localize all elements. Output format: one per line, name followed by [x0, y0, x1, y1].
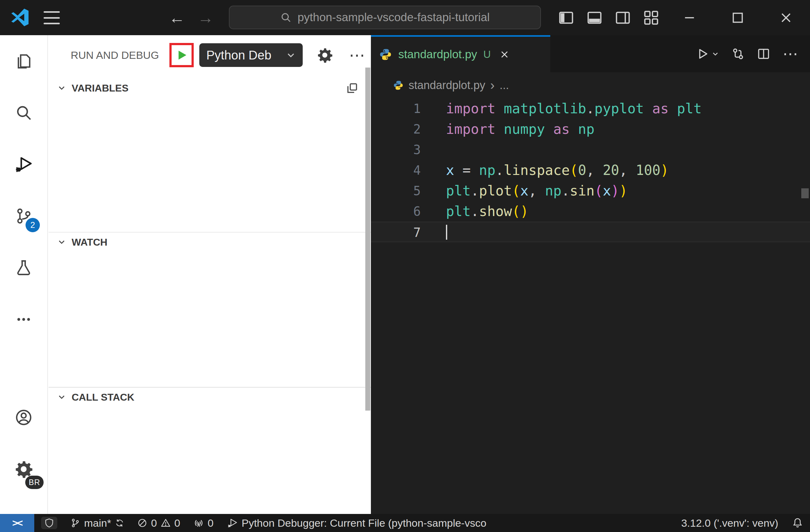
breadcrumb-file[interactable]: standardplot.py [409, 79, 485, 92]
code-line[interactable]: 5plt.plot(x, np.sin(x)) [371, 181, 810, 201]
tab-standardplot[interactable]: standardplot.py U [371, 35, 550, 72]
line-number[interactable]: 3 [371, 139, 421, 160]
radio-tower-icon [193, 518, 204, 528]
warnings-icon [161, 518, 171, 528]
errors-icon [137, 518, 147, 528]
run-python-file-button[interactable] [697, 48, 719, 60]
debug-toolbar: RUN AND DEBUG Python Deb ⋯ [49, 35, 371, 75]
command-center-search[interactable]: python-sample-vscode-fastapi-tutorial [229, 5, 541, 29]
line-number[interactable]: 6 [371, 201, 421, 222]
chevron-down-icon [57, 393, 66, 402]
code-text[interactable] [421, 222, 810, 242]
code-line[interactable]: 4x = np.linspace(0, 20, 100) [371, 160, 810, 181]
sidebar-item-accounts[interactable] [8, 402, 39, 433]
ports-status[interactable]: 0 [193, 517, 214, 529]
code-text[interactable]: plt.show() [421, 201, 810, 222]
ports-count: 0 [208, 517, 214, 529]
chevron-down-icon [57, 84, 66, 93]
branch-name: main* [84, 517, 111, 529]
split-editor-icon[interactable] [757, 47, 770, 61]
search-icon [15, 104, 33, 122]
code-text[interactable] [421, 139, 810, 160]
sidebar-item-settings[interactable]: BR [8, 453, 39, 485]
status-bar: >< main* 0 0 0 [0, 514, 810, 532]
line-number[interactable]: 4 [371, 160, 421, 181]
account-icon [15, 409, 33, 427]
toggle-primary-sidebar-icon[interactable] [552, 0, 580, 35]
chevron-down-icon [286, 50, 296, 60]
minimize-button[interactable] [665, 0, 713, 35]
line-number[interactable]: 2 [371, 119, 421, 139]
sidebar-scrollbar[interactable] [365, 68, 370, 411]
beaker-icon [15, 259, 33, 277]
sidebar-item-search[interactable] [8, 97, 39, 128]
debugger-status[interactable]: Python Debugger: Current File (python-sa… [227, 517, 486, 529]
line-number[interactable]: 7 [371, 222, 421, 242]
breadcrumb-chevron-icon: › [490, 78, 495, 93]
sidebar-item-source-control[interactable]: 2 [8, 200, 39, 232]
debug-configuration-dropdown[interactable]: Python Deb [199, 43, 303, 67]
python-interpreter-status[interactable]: 3.12.0 ('.venv': venv) [681, 517, 778, 529]
run-and-debug-icon [14, 155, 33, 174]
chevron-down-icon [57, 238, 66, 247]
code-text[interactable]: x = np.linspace(0, 20, 100) [421, 160, 810, 181]
code-line[interactable]: 6plt.show() [371, 201, 810, 222]
pane-header-variables[interactable]: VARIABLES [49, 78, 371, 98]
start-debugging-button[interactable] [169, 43, 194, 67]
source-control-badge: 2 [26, 218, 40, 232]
search-text: python-sample-vscode-fastapi-tutorial [298, 11, 490, 24]
tab-close-icon[interactable] [500, 50, 509, 60]
close-button[interactable] [762, 0, 810, 35]
pane-header-call-stack[interactable]: CALL STACK [49, 387, 371, 407]
code-line[interactable]: 2import numpy as np [371, 119, 810, 139]
breadcrumb-symbol[interactable]: ... [500, 79, 509, 92]
debug-settings-gear-icon[interactable] [317, 47, 333, 63]
overview-ruler-mark[interactable] [801, 188, 809, 198]
git-branch-status[interactable]: main* [70, 517, 124, 529]
maximize-button[interactable] [713, 0, 762, 35]
code-lines: 1import matplotlib.pyplot as plt2import … [371, 98, 810, 242]
titlebar-right-controls [552, 0, 810, 35]
menu-icon[interactable] [44, 11, 60, 24]
open-changes-icon[interactable] [731, 47, 745, 61]
workspace-trust-badge[interactable] [41, 517, 57, 529]
code-text[interactable]: plt.plot(x, np.sin(x)) [421, 181, 810, 201]
forward-arrow-icon[interactable]: → [193, 0, 218, 35]
code-text[interactable]: import numpy as np [421, 119, 810, 139]
chevron-down-icon [712, 50, 719, 57]
code-line[interactable]: 7 [371, 222, 810, 242]
sidebar-item-more-views[interactable] [8, 304, 39, 335]
line-number[interactable]: 1 [371, 98, 421, 119]
pane-header-watch[interactable]: WATCH [49, 232, 371, 252]
collapse-variables-icon[interactable] [346, 82, 358, 94]
gear-icon [15, 460, 33, 478]
problems-status[interactable]: 0 0 [137, 517, 180, 529]
code-line[interactable]: 3 [371, 139, 810, 160]
pane-label: CALL STACK [71, 392, 134, 403]
breadcrumb: standardplot.py › ... [371, 72, 810, 98]
sidebar-title: RUN AND DEBUG [71, 49, 159, 61]
remote-indicator[interactable]: >< [0, 514, 34, 532]
views-more-actions-icon[interactable]: ⋯ [349, 47, 365, 63]
notifications-bell-icon[interactable] [792, 517, 803, 529]
code-line[interactable]: 1import matplotlib.pyplot as plt [371, 98, 810, 119]
ellipsis-icon [15, 311, 32, 328]
run-and-debug-sidebar: RUN AND DEBUG Python Deb ⋯ VARIABLES [49, 35, 371, 514]
editor-actions: ⋯ [697, 35, 810, 72]
editor-more-actions-icon[interactable]: ⋯ [782, 46, 798, 62]
status-bar-right: 3.12.0 ('.venv': venv) [681, 517, 810, 529]
sidebar-item-run-and-debug[interactable] [8, 149, 39, 180]
code-text[interactable]: import matplotlib.pyplot as plt [421, 98, 810, 119]
run-icon [697, 48, 709, 60]
sidebar-item-explorer[interactable] [8, 46, 39, 77]
line-number[interactable]: 5 [371, 181, 421, 201]
search-icon [280, 12, 291, 23]
git-branch-icon [70, 518, 80, 528]
sidebar-item-testing[interactable] [8, 252, 39, 283]
back-arrow-icon[interactable]: ← [164, 0, 189, 35]
customize-layout-icon[interactable] [637, 0, 665, 35]
activity-bar: 2 BR [0, 35, 48, 514]
debug-icon [227, 517, 238, 529]
toggle-panel-icon[interactable] [580, 0, 609, 35]
toggle-secondary-sidebar-icon[interactable] [609, 0, 637, 35]
